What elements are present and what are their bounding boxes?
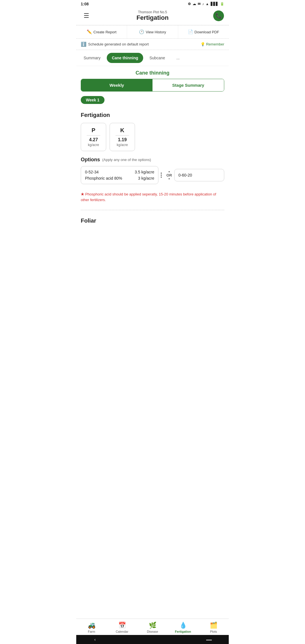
option-1-value-1: 3.5 kg/acre bbox=[135, 170, 154, 174]
nutrient-p-value: 4.27 bbox=[87, 137, 100, 142]
mail-icon: ✉ bbox=[198, 2, 201, 6]
more-options-button[interactable] bbox=[158, 171, 164, 179]
week-badge: Week 1 bbox=[76, 96, 229, 108]
download-pdf-label: Download PDF bbox=[195, 30, 219, 34]
options-sub-label: (Apply any one of the options) bbox=[102, 158, 151, 162]
header: ☰ Thomson Plot No.5 Fertigation 📞 bbox=[76, 8, 229, 25]
music-icon: ♪ bbox=[202, 2, 204, 6]
nutrient-p-unit: kg/acre bbox=[87, 143, 100, 147]
status-icons: ⚙ ☁ ✉ ♪ ▲ ▋▋▋ 🔋 bbox=[188, 2, 224, 6]
nutrient-k-letter: K bbox=[116, 127, 129, 134]
or-dot-top bbox=[169, 171, 170, 172]
week-badge-label: Week 1 bbox=[81, 96, 104, 104]
more-dot-3 bbox=[161, 177, 162, 178]
view-toggle: Weekly Stage Summary bbox=[81, 79, 224, 92]
cloud-icon: ☁ bbox=[193, 2, 196, 6]
section-divider bbox=[81, 210, 224, 210]
contact-button[interactable]: 📞 bbox=[213, 10, 224, 21]
nutrient-cards: P 4.27 kg/acre K 1.19 kg/acre bbox=[81, 123, 224, 151]
status-time: 1:08 bbox=[81, 2, 89, 6]
foliar-title: Foliar bbox=[76, 217, 229, 224]
nutrient-k-value: 1.19 bbox=[116, 137, 129, 142]
header-center: Thomson Plot No.5 Fertigation bbox=[92, 10, 213, 21]
remember-label: Remember bbox=[206, 42, 224, 46]
tab-cane-thinning[interactable]: Cane thinning bbox=[107, 53, 143, 63]
remember-icon: 💡 bbox=[201, 42, 205, 46]
view-history-icon: 🕐 bbox=[139, 29, 144, 34]
download-pdf-icon: 📄 bbox=[188, 29, 193, 34]
create-report-button[interactable]: ✏️ Create Report bbox=[76, 25, 127, 38]
weekly-toggle-button[interactable]: Weekly bbox=[81, 79, 152, 91]
or-dot-bottom bbox=[169, 178, 170, 179]
battery-icon: 🔋 bbox=[220, 2, 224, 6]
option-row-1: 0-52-34 3.5 kg/acre bbox=[85, 170, 154, 174]
view-history-label: View History bbox=[146, 30, 166, 34]
create-report-label: Create Report bbox=[93, 30, 117, 34]
tab-row: Summary Cane thinning Subcane ... bbox=[76, 50, 229, 66]
option-2-name: 0-60-20 bbox=[178, 173, 192, 177]
view-history-button[interactable]: 🕐 View History bbox=[127, 25, 178, 38]
status-bar: 1:08 ⚙ ☁ ✉ ♪ ▲ ▋▋▋ 🔋 bbox=[76, 0, 229, 8]
info-text: Schedule generated on default report bbox=[88, 42, 149, 46]
options-label: Options bbox=[81, 157, 100, 163]
info-left: ℹ️ Schedule generated on default report bbox=[81, 42, 149, 47]
fertigation-section: Fertigation P 4.27 kg/acre K 1.19 kg/acr… bbox=[76, 108, 229, 217]
header-subtitle: Thomson Plot No.5 bbox=[92, 10, 213, 14]
options-header: Options (Apply any one of the options) bbox=[81, 157, 224, 163]
nutrient-card-k: K 1.19 kg/acre bbox=[110, 123, 135, 151]
nutrient-k-unit: kg/acre bbox=[116, 143, 129, 147]
menu-button[interactable]: ☰ bbox=[81, 10, 92, 21]
tab-more[interactable]: ... bbox=[171, 53, 185, 63]
nutrient-card-p: P 4.27 kg/acre bbox=[81, 123, 106, 151]
wifi-icon: ▲ bbox=[206, 2, 209, 6]
or-separator: OR bbox=[164, 170, 174, 180]
signal-icon: ▋▋▋ bbox=[211, 2, 218, 6]
option-1-name-1: 0-52-34 bbox=[85, 170, 99, 174]
option-1-name-2: Phosphoric acid 80% bbox=[85, 176, 122, 180]
warning-star: ★ bbox=[81, 192, 84, 196]
option-card-2: 0-60-20 bbox=[174, 169, 224, 181]
tab-subcane[interactable]: Subcane bbox=[144, 53, 170, 63]
info-banner: ℹ️ Schedule generated on default report … bbox=[76, 39, 229, 50]
option-1-value-2: 3 kg/acre bbox=[138, 176, 154, 180]
fertigation-title: Fertigation bbox=[81, 112, 224, 118]
header-title: Fertigation bbox=[92, 14, 213, 21]
option-row-2: Phosphoric acid 80% 3 kg/acre bbox=[85, 176, 154, 180]
settings-icon: ⚙ bbox=[188, 2, 191, 6]
tab-summary[interactable]: Summary bbox=[79, 53, 106, 63]
create-report-icon: ✏️ bbox=[87, 29, 92, 34]
warning-message: Phosphoric acid should be applied sepera… bbox=[81, 192, 216, 202]
contact-icon: 📞 bbox=[213, 10, 224, 21]
menu-icon: ☰ bbox=[84, 12, 89, 19]
download-pdf-button[interactable]: 📄 Download PDF bbox=[178, 25, 229, 38]
options-cards-row: 0-52-34 3.5 kg/acre Phosphoric acid 80% … bbox=[81, 166, 224, 184]
more-dot-2 bbox=[161, 175, 162, 176]
nutrient-p-letter: P bbox=[87, 127, 100, 134]
warning-text: ★ Phosphoric acid should be applied sepe… bbox=[81, 192, 224, 203]
remember-button[interactable]: 💡 Remember bbox=[201, 42, 224, 46]
warning-box: ★ Phosphoric acid should be applied sepe… bbox=[81, 189, 224, 205]
option-card-1: 0-52-34 3.5 kg/acre Phosphoric acid 80% … bbox=[81, 166, 158, 184]
info-icon: ℹ️ bbox=[81, 42, 86, 47]
action-row: ✏️ Create Report 🕐 View History 📄 Downlo… bbox=[76, 25, 229, 39]
section-title: Cane thinning bbox=[76, 66, 229, 79]
more-dot-1 bbox=[161, 173, 162, 174]
or-label: OR bbox=[166, 173, 172, 177]
stage-summary-toggle-button[interactable]: Stage Summary bbox=[152, 79, 224, 91]
